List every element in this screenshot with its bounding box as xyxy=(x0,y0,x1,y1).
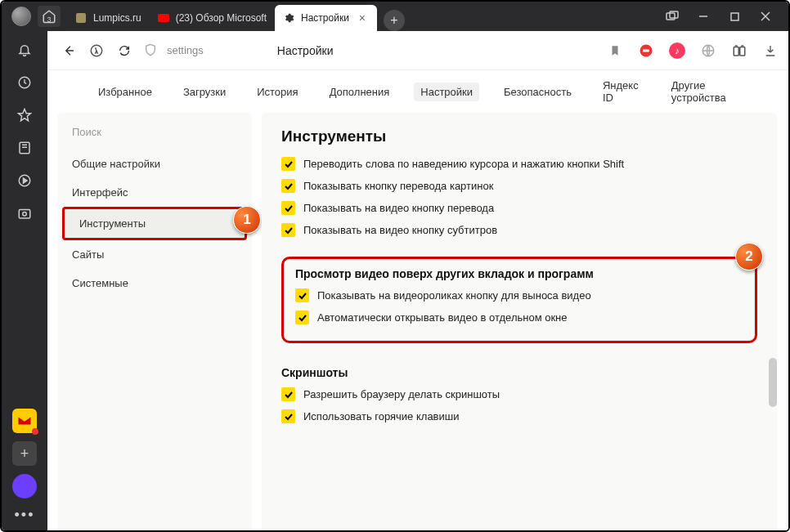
titlebar: 3 Lumpics.ru (23) Обзор Microsoft Настро… xyxy=(2,2,788,31)
setting-translate-hover[interactable]: Переводить слова по наведению курсора и … xyxy=(281,157,757,171)
setting-video-subtitles-button[interactable]: Показывать на видео кнопку субтитров xyxy=(281,223,757,237)
callout-badge-1: 1 xyxy=(233,206,261,234)
left-rail: + ••• xyxy=(2,31,47,532)
cat-other-devices[interactable]: Другие устройства xyxy=(665,76,747,107)
sidebar-item-sites[interactable]: Сайты xyxy=(57,240,252,269)
maximize-icon[interactable] xyxy=(726,8,743,25)
svg-rect-0 xyxy=(667,13,675,20)
cat-yandex-id[interactable]: Яндекс ID xyxy=(596,76,647,107)
cat-favorites[interactable]: Избранное xyxy=(92,83,159,101)
url-field[interactable]: settings Настройки xyxy=(144,43,595,58)
screenshot-icon[interactable] xyxy=(16,204,34,222)
svg-rect-9 xyxy=(19,210,30,219)
close-icon[interactable] xyxy=(757,8,774,25)
svg-rect-3 xyxy=(731,13,738,20)
checkbox-icon[interactable] xyxy=(295,288,309,302)
adblock-icon[interactable] xyxy=(638,42,654,59)
tab-lumpics[interactable]: Lumpics.ru xyxy=(67,5,150,31)
sidebar-item-general[interactable]: Общие настройки xyxy=(57,150,252,178)
checkbox-icon[interactable] xyxy=(281,409,295,423)
mail-widget[interactable] xyxy=(12,409,37,433)
svg-rect-14 xyxy=(740,47,745,56)
svg-rect-13 xyxy=(734,47,738,56)
yandex-logo-icon[interactable] xyxy=(88,42,105,59)
star-icon[interactable] xyxy=(16,106,34,124)
screenshots-section: Скриншоты Разрешить браузеру делать скри… xyxy=(281,366,757,423)
gear-icon xyxy=(283,12,294,24)
cat-downloads[interactable]: Загрузки xyxy=(177,83,232,101)
checkbox-icon[interactable] xyxy=(295,311,309,324)
download-icon[interactable] xyxy=(762,42,779,59)
home-badge: 3 xyxy=(47,16,51,24)
back-button[interactable] xyxy=(61,42,77,59)
search-input[interactable]: Поиск xyxy=(72,126,237,138)
tab-strip: Lumpics.ru (23) Обзор Microsoft Настройк… xyxy=(67,2,649,31)
checkbox-icon[interactable] xyxy=(281,179,295,193)
tab-youtube[interactable]: (23) Обзор Microsoft xyxy=(150,5,275,31)
setting-video-translate-button[interactable]: Показывать на видео кнопку перевода xyxy=(281,201,757,215)
pip-section: 2 Просмотр видео поверх других вкладок и… xyxy=(281,257,757,343)
profile-avatar[interactable] xyxy=(11,7,31,26)
checkbox-icon[interactable] xyxy=(281,157,295,171)
url-text: settings xyxy=(167,44,204,56)
extensions-icon[interactable] xyxy=(731,42,747,59)
page-title: Настройки xyxy=(277,44,334,57)
settings-sidebar: Поиск Общие настройки Интерфейс Инструме… xyxy=(57,113,252,532)
sidebar-item-system[interactable]: Системные xyxy=(57,269,252,297)
cat-addons[interactable]: Дополнения xyxy=(323,83,397,101)
video-icon[interactable] xyxy=(16,172,34,190)
home-button[interactable]: 3 xyxy=(38,6,61,27)
setting-pip-auto-open[interactable]: Автоматически открывать видео в отдельно… xyxy=(295,311,743,324)
minimize-icon[interactable] xyxy=(695,8,711,25)
svg-point-10 xyxy=(23,212,27,217)
bookmarks-icon[interactable] xyxy=(16,139,34,157)
bell-icon[interactable] xyxy=(16,41,34,59)
history-icon[interactable] xyxy=(16,74,34,92)
shield-icon xyxy=(144,43,159,58)
sidebar-item-tools[interactable]: Инструменты 1 xyxy=(62,207,247,240)
address-bar: settings Настройки ♪ xyxy=(47,31,790,70)
cat-security[interactable]: Безопасность xyxy=(497,83,578,101)
translate-icon[interactable] xyxy=(700,42,716,59)
favicon-lumpics xyxy=(75,12,87,24)
setting-hotkeys[interactable]: Использовать горячие клавиши xyxy=(281,409,757,423)
tab-close-icon[interactable]: × xyxy=(356,11,369,25)
setting-pip-show-button[interactable]: Показывать на видеороликах кнопку для вы… xyxy=(295,288,743,302)
svg-rect-1 xyxy=(670,11,678,18)
checkbox-icon[interactable] xyxy=(281,201,295,215)
sidebar-item-interface[interactable]: Интерфейс xyxy=(57,178,252,207)
category-nav: Избранное Загрузки История Дополнения На… xyxy=(47,70,790,113)
notification-dot xyxy=(32,428,38,435)
favicon-youtube xyxy=(158,12,169,24)
setting-allow-screenshots[interactable]: Разрешить браузеру делать скриншоты xyxy=(281,387,757,401)
section-title-tools: Инструменты xyxy=(281,127,757,145)
setting-image-translate-button[interactable]: Показывать кнопку перевода картинок xyxy=(281,179,757,193)
tabs-overview-icon[interactable] xyxy=(664,8,680,25)
reload-button[interactable] xyxy=(116,42,132,59)
screenshots-title: Скриншоты xyxy=(281,366,757,379)
bookmark-icon[interactable] xyxy=(607,42,623,59)
scrollbar-thumb[interactable] xyxy=(769,358,777,407)
cat-history[interactable]: История xyxy=(250,83,304,101)
checkbox-icon[interactable] xyxy=(281,223,295,237)
more-icon[interactable]: ••• xyxy=(15,507,35,524)
music-icon[interactable]: ♪ xyxy=(669,42,685,59)
new-tab-button[interactable]: + xyxy=(384,10,405,31)
main-area: settings Настройки ♪ Избранное Загрузки … xyxy=(47,31,790,532)
settings-content: Инструменты Переводить слова по наведени… xyxy=(262,113,777,532)
add-widget-button[interactable]: + xyxy=(12,441,37,466)
callout-badge-2: 2 xyxy=(735,243,763,270)
cat-settings[interactable]: Настройки xyxy=(414,83,479,101)
checkbox-icon[interactable] xyxy=(281,387,295,401)
pip-title: Просмотр видео поверх других вкладок и п… xyxy=(295,267,743,280)
alice-button[interactable] xyxy=(12,474,37,498)
tab-settings[interactable]: Настройки × xyxy=(275,5,377,31)
